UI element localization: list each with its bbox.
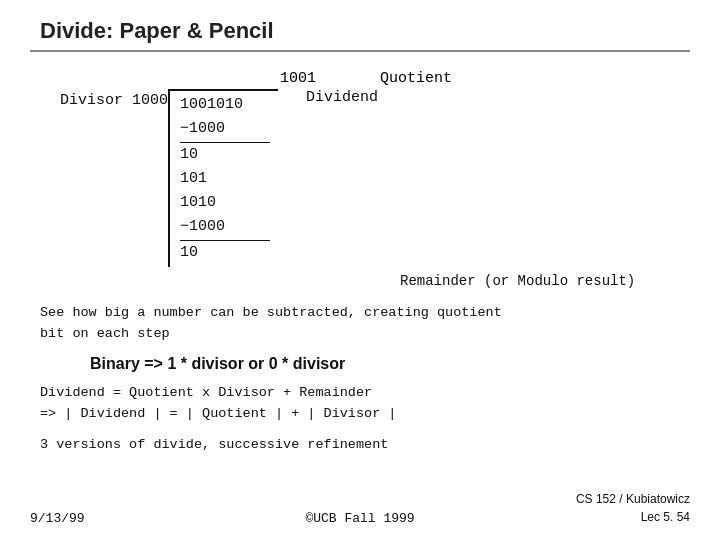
- equation1: Dividend = Quotient x Divisor + Remainde…: [40, 383, 690, 404]
- footer-ref2: Lec 5. 54: [576, 508, 690, 526]
- step-6: 10: [180, 241, 270, 265]
- equation-block: Dividend = Quotient x Divisor + Remainde…: [40, 383, 690, 425]
- step-4: 1010: [180, 191, 270, 215]
- step-1: −1000: [180, 117, 270, 143]
- bold-binary: Binary => 1 * divisor or 0 * divisor: [90, 355, 690, 373]
- footer-ref1: CS 152 / Kubiatowicz: [576, 490, 690, 508]
- division-bracket: 1001010 −1000 10 101 1010 −1000 10: [168, 89, 278, 267]
- dividend-label: Dividend: [278, 89, 378, 106]
- footer-date: 9/13/99: [30, 511, 85, 526]
- desc-block: See how big a number can be subtracted, …: [40, 303, 690, 345]
- slide-title: Divide: Paper & Pencil: [30, 18, 274, 43]
- quotient-value: 1001: [280, 70, 380, 87]
- step-2: 10: [180, 143, 270, 167]
- step-5: −1000: [180, 215, 270, 241]
- divisor-label: Divisor 1000: [60, 89, 168, 113]
- dividend-value: 1001010: [180, 93, 270, 117]
- step-3: 101: [180, 167, 270, 191]
- remainder-label: Remainder (or Modulo result): [400, 273, 635, 289]
- footer-copyright: ©UCB Fall 1999: [305, 511, 414, 526]
- desc-line2: bit on each step: [40, 324, 690, 345]
- footer-ref: CS 152 / Kubiatowicz Lec 5. 54: [576, 490, 690, 526]
- versions-text: 3 versions of divide, successive refinem…: [40, 435, 690, 456]
- equation2: => | Dividend | = | Quotient | + | Divis…: [40, 404, 690, 425]
- footer: 9/13/99 ©UCB Fall 1999 CS 152 / Kubiatow…: [0, 490, 720, 526]
- quotient-label: Quotient: [380, 70, 452, 87]
- desc-line1: See how big a number can be subtracted, …: [40, 303, 690, 324]
- slide: Divide: Paper & Pencil 1001 Quotient Div…: [0, 0, 720, 540]
- title-area: Divide: Paper & Pencil: [30, 18, 690, 52]
